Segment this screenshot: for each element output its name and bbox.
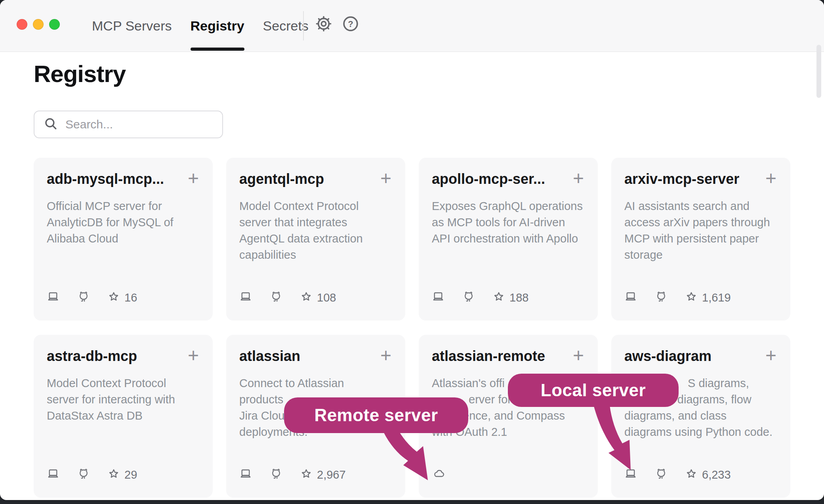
github-icon — [655, 291, 667, 304]
page-title: Registry — [34, 60, 126, 88]
search-input[interactable] — [65, 118, 218, 131]
description-line: sequence diagrams, flow — [624, 391, 777, 408]
server-name: arxiv-mcp-server — [624, 169, 739, 189]
star-count: 108 — [317, 291, 336, 304]
description-line: AnalyticDB for MySQL of — [47, 214, 200, 231]
server-name: atlassian-remote — [432, 346, 545, 367]
description-line: MCP with persistent paper — [624, 231, 777, 247]
server-description: AI assistants search and access arXiv pa… — [624, 198, 777, 263]
github-icon — [270, 291, 282, 304]
description-line: Atlassian's offi — [432, 375, 585, 391]
description-line: erver for Jira, — [469, 391, 585, 408]
app-window: MCP Servers Registry Secrets — [0, 0, 824, 500]
server-description: Connect to Atlassian products Jira Clou … — [239, 375, 392, 440]
star-icon — [685, 291, 697, 304]
star-icon — [493, 291, 505, 304]
add-server-button[interactable]: + — [380, 170, 392, 187]
description-line: storage — [624, 247, 777, 263]
server-card-footer: 108 — [239, 291, 392, 304]
add-server-button[interactable]: + — [187, 170, 200, 187]
server-name: apollo-mcp-ser... — [432, 169, 545, 189]
title-bar: MCP Servers Registry Secrets — [0, 0, 824, 52]
description-line: capabilities — [239, 247, 392, 263]
laptop-icon — [239, 468, 252, 481]
server-card-footer: 1,619 — [624, 291, 777, 304]
laptop-icon — [432, 291, 444, 304]
server-description: Model Context Protocol server that integ… — [239, 198, 392, 263]
description-line: diagrams using Python code. — [624, 424, 777, 440]
github-icon — [270, 468, 282, 481]
description-line: Alibaba Cloud — [47, 231, 200, 247]
star-icon — [300, 291, 312, 304]
add-server-button[interactable]: + — [572, 347, 585, 364]
description-line: Exposes GraphQL operations — [432, 198, 585, 214]
settings-button[interactable] — [314, 15, 333, 34]
server-card-aws-diagram[interactable]: aws-diagram + S diagrams, sequence diagr… — [611, 335, 790, 498]
server-name: adb-mysql-mcp... — [47, 169, 164, 189]
traffic-lights — [17, 19, 60, 30]
laptop-icon — [47, 291, 59, 304]
minimize-button[interactable] — [33, 19, 44, 30]
star-count: 1,619 — [702, 291, 731, 304]
server-card-arxiv-mcp-server[interactable]: arxiv-mcp-server + AI assistants search … — [611, 158, 790, 321]
laptop-icon — [47, 468, 59, 481]
tab-secrets[interactable]: Secrets — [263, 0, 309, 52]
server-card-atlassian-remote[interactable]: atlassian-remote + Atlassian's offi erve… — [419, 335, 598, 498]
help-button[interactable]: ? — [341, 15, 360, 34]
description-line: products — [239, 391, 392, 408]
server-card-footer: 188 — [432, 291, 585, 304]
server-card-astra-db-mcp[interactable]: astra-db-mcp + Model Context Protocol se… — [34, 335, 213, 498]
star-count: 2,967 — [317, 468, 346, 481]
server-card-atlassian[interactable]: atlassian + Connect to Atlassian product… — [226, 335, 405, 498]
server-name: astra-db-mcp — [47, 346, 137, 367]
server-card-apollo-mcp-server[interactable]: apollo-mcp-ser... + Exposes GraphQL oper… — [419, 158, 598, 321]
add-server-button[interactable]: + — [572, 170, 585, 187]
description-line: Model Context Protocol — [47, 375, 200, 391]
description-line: server for interacting with — [47, 391, 200, 408]
server-card-adb-mysql-mcp[interactable]: adb-mysql-mcp... + Official MCP server f… — [34, 158, 213, 321]
star-icon — [108, 468, 120, 481]
description-line: AgentQL data extraction — [239, 231, 392, 247]
laptop-icon — [624, 291, 637, 304]
description-line: DataStax Astra DB — [47, 408, 200, 424]
close-button[interactable] — [17, 19, 27, 30]
server-card-footer: 2,967 — [239, 468, 392, 481]
description-line: access arXiv papers through — [624, 214, 777, 231]
laptop-icon — [239, 291, 252, 304]
server-name: agentql-mcp — [239, 169, 324, 189]
tab-mcp-servers[interactable]: MCP Servers — [92, 0, 172, 52]
github-icon — [463, 291, 475, 304]
svg-text:?: ? — [348, 19, 353, 29]
star-count: 6,233 — [702, 468, 731, 481]
description-line: S diagrams, — [688, 375, 777, 391]
description-line: Connect to Atlassian — [239, 375, 392, 391]
zoom-button[interactable] — [49, 19, 60, 30]
scrollbar-thumb[interactable] — [816, 45, 821, 98]
help-icon: ? — [342, 15, 359, 34]
star-count: 16 — [124, 291, 137, 304]
add-server-button[interactable]: + — [187, 347, 200, 364]
star-icon — [108, 291, 120, 304]
laptop-icon — [624, 468, 637, 481]
server-description: Official MCP server for AnalyticDB for M… — [47, 198, 200, 247]
description-line: with OAuth 2.1 — [432, 424, 585, 440]
registry-grid: adb-mysql-mcp... + Official MCP server f… — [34, 158, 790, 498]
server-card-footer: 29 — [47, 468, 200, 481]
tab-bar: MCP Servers Registry Secrets — [92, 0, 309, 52]
description-line: as MCP tools for AI-driven — [432, 214, 585, 231]
tab-registry[interactable]: Registry — [191, 0, 244, 52]
github-icon — [655, 468, 667, 481]
server-card-agentql-mcp[interactable]: agentql-mcp + Model Context Protocol ser… — [226, 158, 405, 321]
server-card-footer: 6,233 — [624, 468, 777, 481]
add-server-button[interactable]: + — [380, 347, 392, 364]
description-line: Official MCP server for — [47, 198, 200, 214]
cloud-icon — [432, 468, 446, 481]
add-server-button[interactable]: + — [765, 347, 777, 364]
gear-icon — [315, 15, 332, 34]
add-server-button[interactable]: + — [765, 170, 777, 187]
star-icon — [685, 468, 697, 481]
description-line: Model Context Protocol — [239, 198, 392, 214]
server-description: Atlassian's offi erver for Jira, ence, a… — [432, 375, 585, 440]
server-description: S diagrams, sequence diagrams, flow diag… — [624, 375, 777, 440]
star-icon — [300, 468, 312, 481]
